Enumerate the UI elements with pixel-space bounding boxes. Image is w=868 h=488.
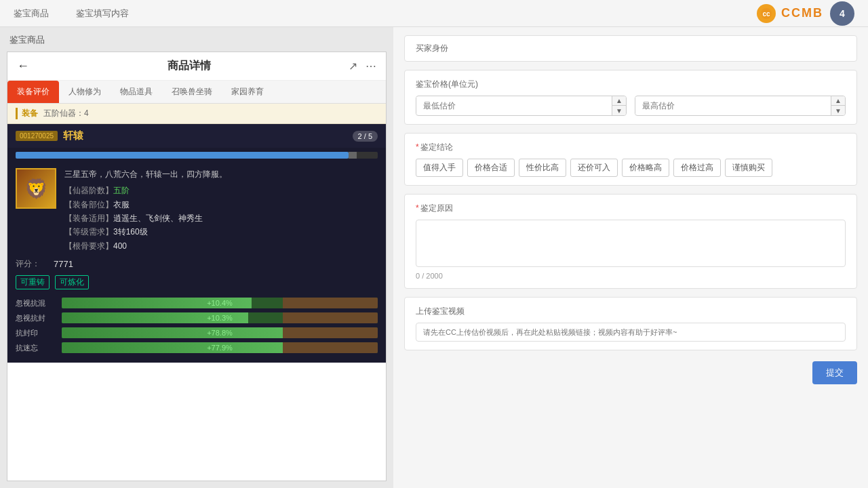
progress-bar bbox=[16, 152, 378, 159]
share-icon[interactable]: ↗ bbox=[349, 60, 357, 73]
price-section: 鉴宝价格(单位元) ▲ ▼ ▲ ▼ bbox=[404, 70, 857, 125]
item-main: 🦁 三星五帝，八荒六合，轩辕一出，四方降服。 【仙器阶数】五阶 【装备部位】衣服… bbox=[7, 163, 386, 258]
game-header-icons: ↗ ⋯ bbox=[349, 60, 376, 73]
reason-textarea[interactable] bbox=[416, 220, 846, 267]
max-price-input[interactable] bbox=[635, 97, 831, 115]
max-price-wrap: ▲ ▼ bbox=[635, 96, 846, 116]
logo-icon: cc bbox=[757, 4, 776, 23]
stat-bar-fill-2: +10.3% bbox=[62, 312, 248, 323]
tag-value[interactable]: 性价比高 bbox=[519, 159, 566, 177]
stat-bar-fill-3: +78.8% bbox=[62, 327, 299, 338]
stat-bar-tail-1 bbox=[283, 298, 378, 308]
upload-label: 上传鉴宝视频 bbox=[416, 306, 846, 317]
tab-equipment[interactable]: 装备评价 bbox=[7, 81, 59, 103]
stat-value-3: +78.8% bbox=[207, 329, 233, 337]
item-attrs: 【仙器阶数】五阶 【装备部位】衣服 【装备适用】逍遥生、飞剑侠、神秀生 【等级需… bbox=[64, 184, 378, 253]
stat-bar-tail-2 bbox=[283, 312, 378, 323]
conclusion-label: 鉴定结论 bbox=[416, 142, 846, 153]
logo-area: cc CCMB bbox=[757, 4, 823, 23]
item-desc: 三星五帝，八荒六合，轩辕一出，四方降服。 【仙器阶数】五阶 【装备部位】衣服 【… bbox=[64, 168, 378, 253]
logo-text: CCMB bbox=[781, 6, 823, 20]
submit-row: 提交 bbox=[404, 361, 857, 384]
stat-bar-1: +10.4% bbox=[62, 298, 378, 308]
back-button[interactable]: ← bbox=[17, 59, 29, 73]
tab-character[interactable]: 人物修为 bbox=[59, 81, 111, 103]
tag-careful[interactable]: 谨慎购买 bbox=[725, 159, 772, 177]
attr-classes: 【装备适用】逍遥生、飞剑侠、神秀生 bbox=[64, 211, 378, 225]
game-window: ← 商品详情 ↗ ⋯ 装备评价 人物修为 物品道具 召唤兽坐骑 家园养育 装备 … bbox=[7, 52, 387, 481]
tag-slightly-high[interactable]: 价格略高 bbox=[622, 159, 669, 177]
price-row: ▲ ▼ ▲ ▼ bbox=[416, 96, 846, 116]
stat-bar-tail-3 bbox=[283, 327, 378, 338]
conclusion-section: 鉴定结论 值得入手 价格合适 性价比高 还价可入 价格略高 价格过高 谨慎购买 bbox=[404, 133, 857, 186]
tab-garden[interactable]: 家园养育 bbox=[222, 81, 273, 103]
tab-mounts[interactable]: 召唤兽坐骑 bbox=[162, 81, 222, 103]
buyer-section: 买家身份 bbox=[404, 35, 857, 62]
tag-too-high[interactable]: 价格过高 bbox=[673, 159, 721, 177]
craftable-badges: 可重铸 可炼化 bbox=[7, 275, 386, 295]
equipment-header: 装备 五阶仙器：4 bbox=[7, 104, 386, 124]
attr-level: 【等级需求】3转160级 bbox=[64, 225, 378, 239]
top-bar: 鉴宝商品 鉴宝填写内容 cc CCMB 4 bbox=[0, 0, 868, 27]
attr-slot: 【装备部位】衣服 bbox=[64, 198, 378, 211]
stat-value-1: +10.4% bbox=[207, 299, 233, 307]
stat-bar-fill-1: +10.4% bbox=[62, 298, 252, 308]
stat-bar-4: +77.9% bbox=[62, 342, 378, 353]
stat-row-2: 忽视抗封 +10.3% bbox=[16, 312, 378, 323]
reason-label: 鉴定原因 bbox=[416, 203, 846, 214]
submit-button[interactable]: 提交 bbox=[812, 361, 857, 384]
stat-bar-3: +78.8% bbox=[62, 327, 378, 338]
left-title-2: 鉴宝填写内容 bbox=[76, 7, 129, 20]
item-name: 轩辕 bbox=[63, 129, 83, 142]
item-description: 三星五帝，八荒六合，轩辕一出，四方降服。 bbox=[64, 168, 378, 181]
price-label: 鉴宝价格(单位元) bbox=[416, 79, 846, 90]
top-bar-right: cc CCMB 4 bbox=[757, 1, 854, 26]
svg-text:cc: cc bbox=[762, 10, 770, 18]
craftable-refine: 可炼化 bbox=[55, 275, 89, 289]
avatar[interactable]: 4 bbox=[830, 1, 854, 26]
left-title-1: 鉴宝商品 bbox=[14, 7, 49, 20]
progress-end bbox=[349, 152, 357, 159]
tag-worth[interactable]: 值得入手 bbox=[416, 159, 463, 177]
item-id-badge: 001270025 bbox=[16, 131, 58, 141]
min-price-input[interactable] bbox=[416, 97, 612, 115]
stat-row-3: 抗封印 +78.8% bbox=[16, 327, 378, 338]
item-score-section: 评分： 7771 bbox=[7, 258, 386, 275]
item-name-badge: 001270025 轩辕 bbox=[16, 129, 83, 142]
craftable-recast: 可重铸 bbox=[16, 275, 50, 289]
item-top: 001270025 轩辕 2 / 5 bbox=[7, 124, 386, 148]
min-price-down[interactable]: ▼ bbox=[612, 106, 626, 115]
main-content: 鉴宝商品 ← 商品详情 ↗ ⋯ 装备评价 人物修为 物品道具 召唤兽坐骑 家园养… bbox=[0, 27, 868, 488]
game-tabs: 装备评价 人物修为 物品道具 召唤兽坐骑 家园养育 bbox=[7, 81, 386, 104]
tab-items[interactable]: 物品道具 bbox=[111, 81, 162, 103]
stat-name-4: 抗迷忘 bbox=[16, 343, 56, 353]
stat-row-1: 忽视抗混 +10.4% bbox=[16, 298, 378, 308]
score-label: 评分： bbox=[16, 258, 40, 270]
score-value: 7771 bbox=[54, 259, 73, 269]
attr-bone: 【根骨要求】400 bbox=[64, 239, 378, 253]
conclusion-tags: 值得入手 价格合适 性价比高 还价可入 价格略高 价格过高 谨慎购买 bbox=[416, 159, 846, 177]
equipment-label: 装备 bbox=[16, 108, 38, 119]
item-content: 001270025 轩辕 2 / 5 🦁 三星五帝，八荒六 bbox=[7, 124, 386, 363]
min-price-up[interactable]: ▲ bbox=[612, 96, 626, 106]
upload-input[interactable] bbox=[416, 323, 846, 342]
stat-value-4: +77.9% bbox=[207, 344, 233, 352]
game-header: ← 商品详情 ↗ ⋯ bbox=[7, 52, 386, 81]
min-price-wrap: ▲ ▼ bbox=[416, 96, 627, 116]
item-avatar: 🦁 bbox=[16, 168, 56, 209]
max-price-down[interactable]: ▼ bbox=[831, 106, 845, 115]
tag-fair[interactable]: 价格合适 bbox=[467, 159, 515, 177]
game-title: 商品详情 bbox=[167, 59, 211, 73]
max-price-spinners: ▲ ▼ bbox=[831, 96, 845, 115]
progress-bar-row bbox=[7, 148, 386, 163]
stat-bar-tail-4 bbox=[283, 342, 378, 353]
more-icon[interactable]: ⋯ bbox=[366, 60, 376, 73]
stat-name-3: 抗封印 bbox=[16, 328, 56, 338]
progress-fill bbox=[16, 152, 349, 159]
left-panel-title: 鉴宝商品 bbox=[7, 34, 387, 46]
stat-bar-2: +10.3% bbox=[62, 312, 378, 323]
tag-negotiate[interactable]: 还价可入 bbox=[570, 159, 618, 177]
attr-tier: 【仙器阶数】五阶 bbox=[64, 184, 378, 197]
max-price-up[interactable]: ▲ bbox=[831, 96, 845, 106]
page-indicator: 2 / 5 bbox=[353, 131, 378, 142]
